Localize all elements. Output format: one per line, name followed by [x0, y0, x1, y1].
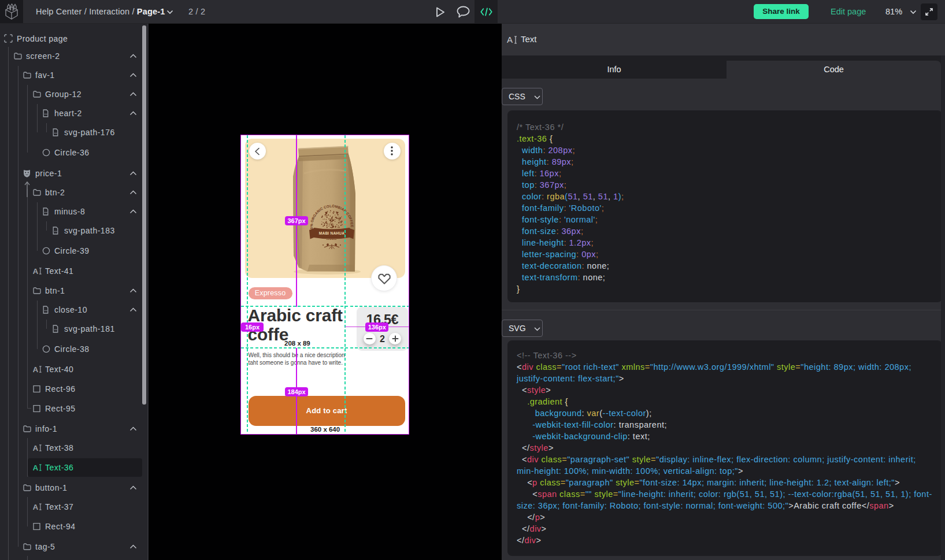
svg-text:A: A — [33, 464, 39, 472]
svg-text:A: A — [33, 503, 39, 511]
svg-text:A: A — [33, 268, 39, 275]
svg-text:A: A — [33, 366, 39, 373]
svg-text:A: A — [507, 35, 513, 44]
svg-text:A: A — [33, 444, 39, 452]
svg-text:MABI NAHUA: MABI NAHUA — [319, 231, 345, 235]
